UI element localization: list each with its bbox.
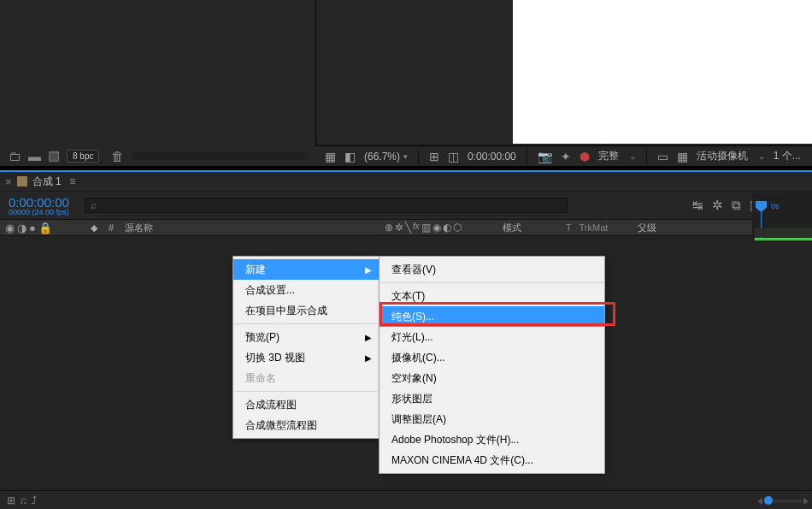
quality-dropdown[interactable]: 完整 <box>598 149 619 163</box>
zoom-out-icon[interactable] <box>757 498 762 505</box>
menu-item[interactable]: 查看器(V) <box>380 259 604 280</box>
draft3d-icon[interactable]: ✲ <box>712 198 723 213</box>
timeline-footer: ⊞ ⎌ ⤴ <box>0 490 812 509</box>
menu-item[interactable]: Adobe Photoshop 文件(H)... <box>380 429 604 450</box>
chevron-down-icon[interactable]: ⌄ <box>758 151 765 161</box>
zoom-level[interactable]: (66.7%) <box>364 151 400 163</box>
view-layout-icon[interactable]: ▭ <box>657 150 668 163</box>
adjustment-switch-icon[interactable]: ◐ <box>443 222 451 234</box>
snapshot-icon[interactable]: 📷 <box>538 150 552 163</box>
grid-icon[interactable]: ▦ <box>325 150 336 163</box>
visibility-toggles: ◉ ◑ ● 🔒 <box>0 222 85 234</box>
close-panel-icon[interactable]: × <box>5 175 12 188</box>
trkmat-label: TrkMat <box>580 222 609 233</box>
fx-switch-icon[interactable]: fx <box>413 222 420 234</box>
time-ruler[interactable]: 0s <box>752 193 812 239</box>
blend-mode-column[interactable]: 模式 <box>499 222 562 234</box>
timeline-context-menu[interactable]: 新建▶合成设置...在项目中显示合成预览(P)▶切换 3D 视图▶重命名合成流程… <box>232 256 380 439</box>
collapse-switch-icon[interactable]: ✲ <box>395 222 403 234</box>
playhead-icon <box>756 201 767 212</box>
toggle-switches-icon[interactable]: ⊞ <box>7 494 15 506</box>
menu-item[interactable]: 调整图层(A) <box>380 409 604 429</box>
views-dropdown[interactable]: 1 个... <box>774 149 801 163</box>
label-column[interactable]: ◆ <box>85 222 103 234</box>
menu-item[interactable]: 摄像机(C)... <box>380 347 604 368</box>
layer-duration-bar[interactable] <box>755 238 812 240</box>
shy-switch-icon[interactable]: ⊕ <box>385 222 393 234</box>
menu-item[interactable]: 切换 3D 视图▶ <box>233 347 379 368</box>
camera-icon[interactable]: ✦ <box>561 150 571 163</box>
color-mgmt-icon[interactable]: ⬢ <box>580 150 590 163</box>
zoom-track[interactable] <box>764 500 802 503</box>
eye-icon[interactable]: ◉ <box>5 222 15 234</box>
menu-item[interactable]: 在项目中显示合成 <box>233 300 379 321</box>
camera-dropdown[interactable]: 活动摄像机 <box>697 149 748 163</box>
menu-item[interactable]: 灯光(L)... <box>380 327 604 347</box>
new-submenu[interactable]: 查看器(V)文本(T)纯色(S)...灯光(L)...摄像机(C)...空对象(… <box>379 256 605 474</box>
channel-icon[interactable]: ◧ <box>344 150 356 163</box>
playhead[interactable] <box>756 201 768 213</box>
menu-item[interactable]: MAXON CINEMA 4D 文件(C)... <box>380 450 604 471</box>
hide-shy-icon[interactable]: ⧉ <box>732 198 741 213</box>
folder-icon[interactable]: 🗀 <box>9 149 21 163</box>
index-column[interactable]: # <box>103 222 120 233</box>
source-name-column[interactable]: 源名称 <box>120 222 385 234</box>
tab-menu-icon[interactable]: ≡ <box>70 175 76 187</box>
comp-tab-label[interactable]: 合成 1 <box>32 175 62 189</box>
parent-column[interactable]: 父级 <box>634 222 728 234</box>
lock-icon[interactable]: 🔒 <box>38 222 52 234</box>
separator <box>646 149 647 164</box>
timeline-columns-header: ◉ ◑ ● 🔒 ◆ # 源名称 ⊕ ✲ ╲ fx ▥ ◉ ◐ ⬡ 模式 T Tr… <box>0 219 812 236</box>
comp-mini-flow-icon[interactable]: ↹ <box>692 198 703 213</box>
timecode-block[interactable]: 0:00:00:00 00000 (24.00 fps) <box>0 195 69 216</box>
quality-switch-icon[interactable]: ╲ <box>405 222 411 234</box>
toggle-modes-icon[interactable]: ⎌ <box>21 494 26 506</box>
motion-blur-switch-icon[interactable]: ◉ <box>432 222 441 234</box>
solo-icon[interactable]: ● <box>29 222 36 234</box>
new-comp-icon[interactable]: ▧ <box>48 148 60 163</box>
work-area-bar[interactable] <box>755 228 812 237</box>
bit-depth-button[interactable]: 8 bpc <box>67 150 99 163</box>
trkmat-t: T <box>566 222 572 233</box>
folder-solid-icon[interactable]: ▬ <box>28 149 41 163</box>
menu-item[interactable]: 纯色(S)... <box>380 306 604 327</box>
menu-item[interactable]: 文本(T) <box>380 286 604 306</box>
frame-rate-display: 00000 (24.00 fps) <box>9 208 69 216</box>
menu-item[interactable]: 合成设置... <box>233 280 379 300</box>
viewer-footer: ▦ ◧ (66.7%) ▾ ⊞ ◫ 0:00:00:00 📷 ✦ ⬢ 完整 ⌄ … <box>316 145 812 166</box>
ruler-zero-label: 0s <box>771 202 780 210</box>
zoom-in-icon[interactable] <box>803 498 809 505</box>
toggle-in-out-icon[interactable]: ⤴ <box>32 494 37 506</box>
menu-item[interactable]: 预览(P)▶ <box>233 327 379 347</box>
submenu-arrow-icon: ▶ <box>365 265 372 275</box>
layer-search-input[interactable]: ⌕ <box>85 198 568 213</box>
submenu-arrow-icon: ▶ <box>365 353 372 363</box>
viewer-timecode[interactable]: 0:00:00:00 <box>468 151 516 163</box>
chevron-down-icon[interactable]: ▾ <box>403 152 408 161</box>
trash-icon[interactable]: 🗑 <box>111 149 124 163</box>
timeline-zoom-slider[interactable] <box>757 497 809 506</box>
trkmat-column[interactable]: T TrkMat <box>562 222 634 233</box>
zoom-knob[interactable] <box>764 496 773 505</box>
three-d-switch-icon[interactable]: ⬡ <box>453 222 462 234</box>
mask-icon[interactable]: ◫ <box>448 150 459 163</box>
project-panel[interactable] <box>0 0 316 145</box>
menu-separator <box>234 391 378 392</box>
menu-item[interactable]: 空对象(N) <box>380 368 604 388</box>
menu-item[interactable]: 合成流程图 <box>233 394 379 415</box>
separator <box>418 149 419 164</box>
layer-switches-column[interactable]: ⊕ ✲ ╲ fx ▥ ◉ ◐ ⬡ <box>385 222 499 234</box>
menu-item[interactable]: 形状图层 <box>380 388 604 409</box>
resolution-icon[interactable]: ⊞ <box>429 150 439 163</box>
submenu-arrow-icon: ▶ <box>365 333 372 342</box>
upper-panels <box>0 0 812 145</box>
menu-item[interactable]: 合成微型流程图 <box>233 415 379 435</box>
view-grid-icon[interactable]: ▦ <box>677 150 688 163</box>
chevron-down-icon[interactable]: ⌄ <box>629 151 636 161</box>
frame-blend-switch-icon[interactable]: ▥ <box>421 222 431 234</box>
menu-item[interactable]: 新建▶ <box>233 259 379 280</box>
composition-panel[interactable] <box>316 0 513 144</box>
separator <box>527 149 527 164</box>
project-scrollbar[interactable] <box>131 151 308 160</box>
audio-icon[interactable]: ◑ <box>17 222 26 234</box>
